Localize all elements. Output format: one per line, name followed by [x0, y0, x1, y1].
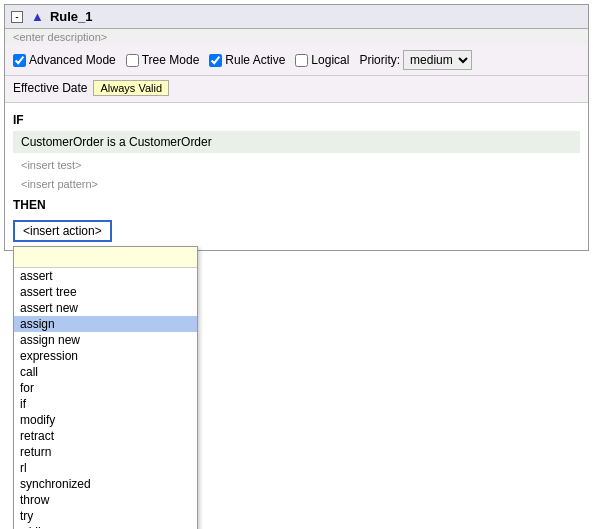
insert-action-button[interactable]: <insert action>: [13, 220, 112, 242]
action-dropdown: assertassert treeassert newassignassign …: [13, 246, 198, 529]
dropdown-item[interactable]: if: [14, 396, 197, 412]
dropdown-item[interactable]: retract: [14, 428, 197, 444]
rule-options-row: Advanced Mode Tree Mode Rule Active Logi…: [5, 45, 588, 76]
rule-header: - ▲ Rule_1: [5, 5, 588, 29]
dropdown-item[interactable]: return: [14, 444, 197, 460]
condition-row: CustomerOrder is a CustomerOrder: [13, 131, 580, 153]
dropdown-item[interactable]: assign new: [14, 332, 197, 348]
dropdown-item[interactable]: rl: [14, 460, 197, 476]
rule-description: <enter description>: [5, 29, 588, 45]
rule-active-option: Rule Active: [209, 53, 285, 67]
logical-label: Logical: [311, 53, 349, 67]
logical-option: Logical: [295, 53, 349, 67]
effective-date-row: Effective Date Always Valid: [5, 76, 588, 103]
advanced-mode-option: Advanced Mode: [13, 53, 116, 67]
collapse-icon[interactable]: -: [11, 11, 23, 23]
rule-container: - ▲ Rule_1 <enter description> Advanced …: [4, 4, 589, 251]
dropdown-item[interactable]: assign: [14, 316, 197, 332]
rule-active-checkbox[interactable]: [209, 54, 222, 67]
dropdown-item[interactable]: assert new: [14, 300, 197, 316]
tree-mode-checkbox[interactable]: [126, 54, 139, 67]
dropdown-item[interactable]: throw: [14, 492, 197, 508]
rule-active-label: Rule Active: [225, 53, 285, 67]
dropdown-item[interactable]: assert: [14, 268, 197, 284]
logical-checkbox[interactable]: [295, 54, 308, 67]
condition-text: CustomerOrder is a CustomerOrder: [21, 135, 212, 149]
dropdown-item[interactable]: call: [14, 364, 197, 380]
insert-test-placeholder[interactable]: <insert test>: [13, 157, 580, 173]
dropdown-item[interactable]: for: [14, 380, 197, 396]
dropdown-item[interactable]: modify: [14, 412, 197, 428]
dropdown-items-list: assertassert treeassert newassignassign …: [14, 268, 197, 528]
tree-mode-option: Tree Mode: [126, 53, 200, 67]
priority-select[interactable]: low medium high: [403, 50, 472, 70]
insert-action-container: <insert action> assertassert treeassert …: [13, 216, 112, 246]
dropdown-item[interactable]: expression: [14, 348, 197, 364]
priority-label: Priority:: [359, 53, 400, 67]
advanced-mode-checkbox[interactable]: [13, 54, 26, 67]
dropdown-item[interactable]: assert tree: [14, 284, 197, 300]
rule-title: Rule_1: [50, 9, 93, 24]
advanced-mode-label: Advanced Mode: [29, 53, 116, 67]
rule-body: IF CustomerOrder is a CustomerOrder <ins…: [5, 103, 588, 250]
then-label: THEN: [13, 198, 580, 212]
dropdown-item[interactable]: synchronized: [14, 476, 197, 492]
dropdown-search-input[interactable]: [14, 247, 197, 268]
effective-date-label: Effective Date: [13, 81, 87, 95]
if-label: IF: [13, 113, 580, 127]
expand-arrow[interactable]: ▲: [31, 9, 44, 24]
tree-mode-label: Tree Mode: [142, 53, 200, 67]
priority-option: Priority: low medium high: [359, 50, 472, 70]
always-valid-button[interactable]: Always Valid: [93, 80, 169, 96]
insert-pattern-placeholder[interactable]: <insert pattern>: [13, 176, 580, 192]
dropdown-item[interactable]: try: [14, 508, 197, 524]
